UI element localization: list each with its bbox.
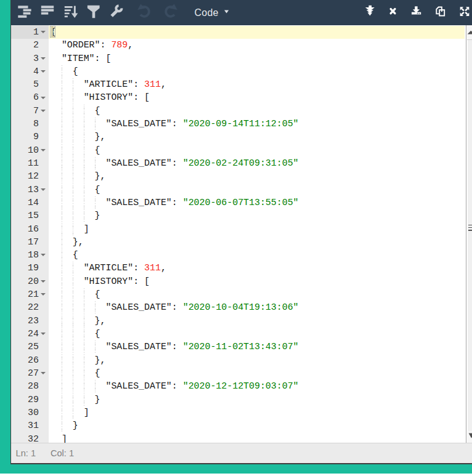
- svg-text:Code: Code: [195, 7, 219, 18]
